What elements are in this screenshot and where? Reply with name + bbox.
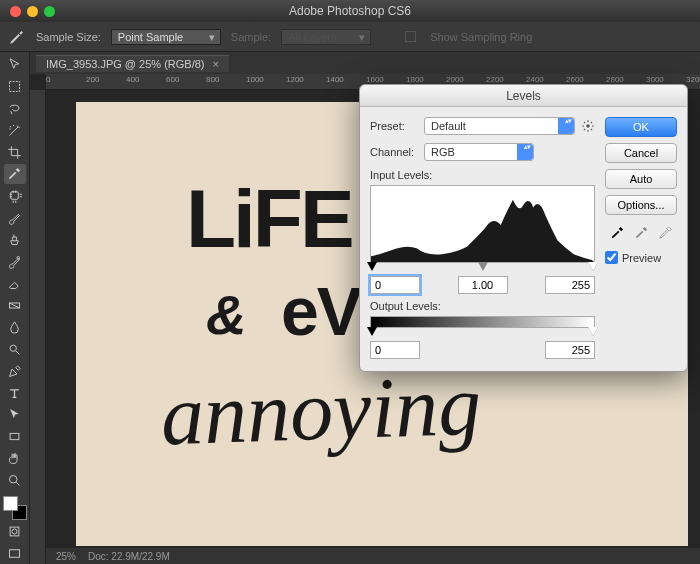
art-life: LiFE	[186, 172, 352, 266]
close-tab-icon[interactable]: ×	[213, 58, 219, 70]
svg-rect-7	[10, 527, 19, 536]
zoom-level[interactable]: 25%	[56, 551, 76, 562]
options-button[interactable]: Options...	[605, 195, 677, 215]
sample-size-label: Sample Size:	[36, 31, 101, 43]
blur-tool[interactable]	[4, 317, 26, 338]
show-sampling-ring-checkbox	[405, 31, 416, 42]
path-select-tool[interactable]	[4, 405, 26, 426]
color-swatches[interactable]	[3, 496, 27, 520]
toolbox	[0, 52, 30, 564]
crop-tool[interactable]	[4, 142, 26, 163]
svg-point-10	[586, 124, 590, 128]
ruler-tick: 400	[126, 75, 139, 84]
output-black-slider[interactable]	[367, 327, 377, 336]
type-tool[interactable]	[4, 383, 26, 404]
cancel-button[interactable]: Cancel	[605, 143, 677, 163]
lasso-tool[interactable]	[4, 98, 26, 119]
levels-dialog[interactable]: Levels Preset: Default Channel: RGB Inpu…	[359, 84, 688, 372]
auto-button[interactable]: Auto	[605, 169, 677, 189]
input-levels-label: Input Levels:	[370, 169, 595, 181]
healing-brush-tool[interactable]	[4, 185, 26, 206]
preset-select[interactable]: Default	[424, 117, 575, 135]
ruler-tick: 1800	[406, 75, 424, 84]
show-sampling-ring-label: Show Sampling Ring	[430, 31, 532, 43]
histogram	[370, 185, 595, 263]
ok-button[interactable]: OK	[605, 117, 677, 137]
ruler-tick: 3200	[686, 75, 700, 84]
gray-point-eyedropper-icon[interactable]	[632, 223, 650, 241]
ruler-tick: 1000	[246, 75, 264, 84]
svg-rect-9	[10, 550, 20, 558]
levels-dialog-title[interactable]: Levels	[360, 85, 687, 107]
ruler-tick: 3000	[646, 75, 664, 84]
svg-point-4	[10, 345, 16, 351]
marquee-tool[interactable]	[4, 76, 26, 97]
eyedropper-tool[interactable]	[4, 164, 26, 185]
output-white-slider[interactable]	[588, 327, 598, 336]
sample-size-select[interactable]: Point Sample	[111, 29, 221, 45]
tool-preset-icon[interactable]	[8, 28, 26, 46]
output-black-field[interactable]	[370, 341, 420, 359]
brush-tool[interactable]	[4, 207, 26, 228]
svg-point-6	[10, 476, 18, 484]
ruler-tick: 2800	[606, 75, 624, 84]
screenmode-toggle[interactable]	[4, 543, 26, 564]
ruler-tick: 800	[206, 75, 219, 84]
svg-point-8	[12, 529, 17, 534]
input-white-slider[interactable]	[588, 262, 598, 271]
ruler-tick: 2600	[566, 75, 584, 84]
quickmask-toggle[interactable]	[4, 521, 26, 542]
input-white-field[interactable]	[545, 276, 595, 294]
black-point-eyedropper-icon[interactable]	[608, 223, 626, 241]
ruler-tick: 2400	[526, 75, 544, 84]
document-tab-bar: IMG_3953.JPG @ 25% (RGB/8) ×	[30, 52, 700, 74]
output-white-field[interactable]	[545, 341, 595, 359]
preview-checkbox[interactable]	[605, 251, 618, 264]
pen-tool[interactable]	[4, 361, 26, 382]
ruler-vertical	[30, 90, 46, 564]
move-tool[interactable]	[4, 54, 26, 75]
sample-label: Sample:	[231, 31, 271, 43]
channel-label: Channel:	[370, 146, 418, 158]
document-tab-label: IMG_3953.JPG @ 25% (RGB/8)	[46, 58, 205, 70]
clone-stamp-tool[interactable]	[4, 229, 26, 250]
ruler-tick: 1400	[326, 75, 344, 84]
input-black-slider[interactable]	[367, 262, 377, 271]
options-bar: Sample Size: Point Sample Sample: All La…	[0, 22, 700, 52]
input-gamma-slider[interactable]	[478, 262, 488, 271]
zoom-tool[interactable]	[4, 470, 26, 491]
preview-checkbox-row[interactable]: Preview	[605, 251, 677, 264]
white-point-eyedropper-icon[interactable]	[656, 223, 674, 241]
art-ev: eV	[281, 272, 360, 350]
channel-select[interactable]: RGB	[424, 143, 534, 161]
art-ampersand: &	[206, 282, 246, 347]
rectangle-tool[interactable]	[4, 426, 26, 447]
output-levels-label: Output Levels:	[370, 300, 595, 312]
ruler-tick: 2200	[486, 75, 504, 84]
hand-tool[interactable]	[4, 448, 26, 469]
ruler-tick: 200	[86, 75, 99, 84]
svg-rect-0	[10, 81, 20, 91]
ruler-tick: 1600	[366, 75, 384, 84]
doc-size: Doc: 22.9M/22.9M	[88, 551, 170, 562]
preset-label: Preset:	[370, 120, 418, 132]
svg-rect-5	[10, 434, 19, 440]
gradient-tool[interactable]	[4, 295, 26, 316]
input-slider[interactable]	[370, 262, 595, 272]
preview-label: Preview	[622, 252, 661, 264]
eraser-tool[interactable]	[4, 273, 26, 294]
foreground-color[interactable]	[3, 496, 18, 511]
status-bar: 25% Doc: 22.9M/22.9M	[46, 548, 700, 564]
input-black-field[interactable]	[370, 276, 420, 294]
dodge-tool[interactable]	[4, 339, 26, 360]
output-slider[interactable]	[370, 327, 595, 337]
document-tab[interactable]: IMG_3953.JPG @ 25% (RGB/8) ×	[36, 55, 229, 72]
preset-menu-icon[interactable]	[581, 119, 595, 133]
app-title: Adobe Photoshop CS6	[0, 4, 700, 18]
magic-wand-tool[interactable]	[4, 120, 26, 141]
history-brush-tool[interactable]	[4, 251, 26, 272]
input-gamma-field[interactable]	[458, 276, 508, 294]
ruler-tick: 1200	[286, 75, 304, 84]
ruler-tick: 2000	[446, 75, 464, 84]
sample-layers-select: All Layers	[281, 29, 371, 45]
